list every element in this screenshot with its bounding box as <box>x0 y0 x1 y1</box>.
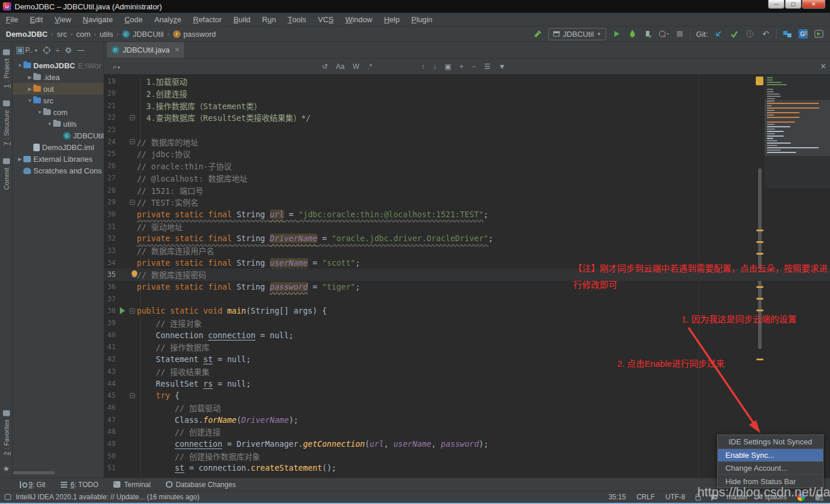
add-selection-icon[interactable]: + <box>459 62 464 71</box>
menu-item-build[interactable]: Build <box>227 13 256 26</box>
tree-item-scratches-and-cons[interactable]: Scratches and Cons <box>13 165 103 176</box>
search-history-icon[interactable]: ↺ <box>322 62 328 71</box>
breadcrumb-com[interactable]: com <box>76 30 91 39</box>
fold-marker-icon[interactable]: − <box>130 139 135 144</box>
code-line-24[interactable]: 24−// 数据库的地址 <box>104 135 830 148</box>
tree-item-jdbcutil[interactable]: CJDBCUtil <box>13 130 103 141</box>
tree-right-arrow-icon[interactable]: ▶ <box>26 86 33 92</box>
tree-down-arrow-icon[interactable]: ▼ <box>36 110 43 115</box>
toolwindow-9-git[interactable]: 9: Git <box>20 481 46 489</box>
code-line-23[interactable]: 23 <box>104 124 830 136</box>
tree-item-external-libraries[interactable]: ▶External Libraries <box>13 153 103 165</box>
fold-marker-icon[interactable]: − <box>130 200 135 205</box>
tree-down-arrow-icon[interactable]: ▼ <box>46 121 53 127</box>
match-case-toggle[interactable]: Aa <box>336 62 345 71</box>
minimize-button[interactable]: — <box>768 0 784 9</box>
status-message[interactable]: IntelliJ IDEA 2020.1 available: // Updat… <box>16 493 199 501</box>
remove-selection-icon[interactable]: − <box>472 62 476 71</box>
prev-occurrence-button[interactable]: ↑ <box>421 62 425 71</box>
menu-item-window[interactable]: Window <box>340 13 378 26</box>
code-line-30[interactable]: 30private static final String url = "jdb… <box>104 208 830 221</box>
fold-marker-icon[interactable]: − <box>130 308 135 314</box>
code-line-28[interactable]: 28// 1521: 端口号 <box>104 184 830 196</box>
popup-item-change-account-[interactable]: Change Account... <box>718 462 823 475</box>
build-hammer-icon[interactable] <box>532 29 543 39</box>
code-line-26[interactable]: 26// oracle:thin-子协议 <box>104 160 830 172</box>
restore-button[interactable]: ▢ <box>785 0 801 9</box>
hide-panel-button[interactable]: — <box>77 46 84 54</box>
status-utf-8[interactable]: UTF-8 <box>665 493 685 501</box>
code-line-41[interactable]: 41 // 操作数据库 <box>104 341 830 353</box>
code-line-40[interactable]: 40 Connection connection = null; <box>104 329 830 341</box>
debug-button[interactable] <box>627 29 638 39</box>
menu-item-plugin[interactable]: Plugin <box>406 13 438 26</box>
tool-stripe-1-project[interactable]: 1: Project <box>3 48 10 88</box>
select-all-occurrences-icon[interactable]: ☰ <box>484 62 490 71</box>
find-input[interactable] <box>125 61 318 72</box>
tree-item-src[interactable]: ▼src <box>13 95 103 106</box>
next-occurrence-button[interactable]: ↓ <box>433 62 437 71</box>
code-line-25[interactable]: 25// jdbc:协议 <box>104 148 830 160</box>
code-line-29[interactable]: 29−// TEST:实例名 <box>104 196 830 208</box>
code-line-20[interactable]: 20 2.创建连接 <box>104 88 830 100</box>
code-line-37[interactable]: 37 <box>104 293 830 305</box>
code-line-31[interactable]: 31// 驱动地址 <box>104 220 830 232</box>
breadcrumb-utils[interactable]: utils <box>99 30 113 39</box>
breadcrumb-jdbcutil[interactable]: CJDBCUtil <box>122 30 164 39</box>
filter-icon[interactable]: ▼ <box>499 62 506 71</box>
tree-item-utils[interactable]: ▼utils <box>13 118 103 130</box>
breadcrumb-src[interactable]: src <box>57 30 67 39</box>
toolwindow-terminal[interactable]: Terminal <box>113 481 150 489</box>
project-view-mode-select[interactable]: P..▼ <box>16 46 38 54</box>
code-line-27[interactable]: 27// @localhost: 数据库地址 <box>104 172 830 185</box>
menu-item-help[interactable]: Help <box>378 13 406 26</box>
profiler-button[interactable] <box>659 29 669 39</box>
menu-item-refactor[interactable]: Refactor <box>187 13 227 26</box>
history-button[interactable] <box>745 29 755 39</box>
locate-file-button[interactable] <box>43 46 51 54</box>
regex-toggle[interactable]: .* <box>368 62 372 71</box>
menu-item-tools[interactable]: Tools <box>282 13 312 26</box>
rollback-button[interactable]: ↶ <box>760 29 771 39</box>
menu-item-navigate[interactable]: Navigate <box>77 13 119 26</box>
tree-right-arrow-icon[interactable]: ▶ <box>26 75 33 80</box>
menu-item-view[interactable]: View <box>49 13 77 26</box>
code-line-46[interactable]: 46 // 加载驱动 <box>104 402 830 414</box>
intention-bulb-icon[interactable] <box>132 270 137 276</box>
status-crlf[interactable]: CRLF <box>637 493 655 501</box>
translate-plugin-icon[interactable]: G文 <box>798 29 808 39</box>
tool-stripe-commit[interactable]: Commit <box>3 157 10 190</box>
tree-right-arrow-icon[interactable]: ▶ <box>16 157 23 162</box>
tree-item-com[interactable]: ▼com <box>13 106 103 118</box>
collapse-all-button[interactable]: ÷ <box>56 46 60 55</box>
find-in-selection-icon[interactable]: ▣ <box>445 62 451 71</box>
menu-item-file[interactable]: File <box>0 13 24 26</box>
run-line-icon[interactable] <box>120 307 125 314</box>
settings-gear-icon[interactable] <box>64 46 72 54</box>
horizontal-scrollbar[interactable] <box>13 471 55 474</box>
toolwindow-database-changes[interactable]: Database Changes <box>166 481 236 489</box>
run-anything-icon[interactable] <box>814 29 824 39</box>
breadcrumb-demojdbc[interactable]: DemoJDBC <box>6 30 48 39</box>
close-button[interactable]: ✕ <box>802 0 825 9</box>
tree-down-arrow-icon[interactable]: ▼ <box>26 98 33 103</box>
menu-item-analyze[interactable]: Analyze <box>148 13 187 26</box>
toolwindow-6-todo[interactable]: 6: TODO <box>61 481 99 489</box>
code-line-22[interactable]: 22− 4.查询数据库（ResultSet类接收结果集）*/ <box>104 112 830 124</box>
update-notification-icon[interactable] <box>5 494 11 500</box>
tool-stripe-2-favorites[interactable]: 2: Favorites <box>3 409 10 455</box>
run-configuration-select[interactable]: JDBCUtil ▼ <box>548 28 606 40</box>
update-project-button[interactable] <box>713 29 724 39</box>
fold-marker-icon[interactable]: − <box>130 393 135 398</box>
code-line-19[interactable]: 19 1.加载驱动 <box>104 75 830 88</box>
status-35-15[interactable]: 35:15 <box>608 493 626 501</box>
tree-item-demojdbc-iml[interactable]: DemoJDBC.iml <box>13 141 103 153</box>
code-line-45[interactable]: 45− try { <box>104 390 830 402</box>
code-line-32[interactable]: 32private static final String DriverName… <box>104 232 830 245</box>
tab-jdbcutil[interactable]: C JDBCUtil.java ✕ <box>107 42 184 58</box>
run-button[interactable] <box>611 29 622 39</box>
code-line-44[interactable]: 44 ResultSet rs = null; <box>104 377 830 390</box>
menu-item-edit[interactable]: Edit <box>24 13 49 26</box>
commit-button[interactable] <box>729 29 739 39</box>
code-line-47[interactable]: 47 Class.forName(DriverName); <box>104 413 830 426</box>
